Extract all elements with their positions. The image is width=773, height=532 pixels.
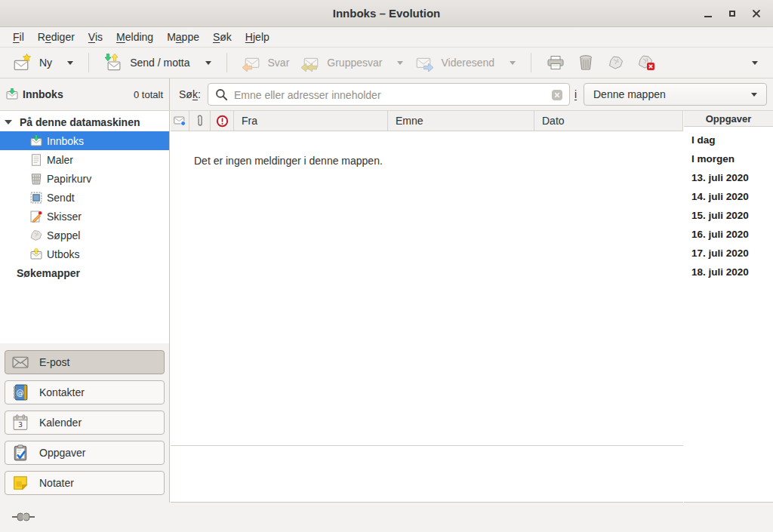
task-item[interactable]: 18. juli 2020: [684, 263, 773, 281]
folder-label: Papirkurv: [47, 173, 91, 185]
group-reply-dropdown-arrow[interactable]: [397, 61, 403, 65]
toolbar: Ny Send / motta Svar Gr: [0, 48, 773, 78]
search-label: Søk:: [179, 78, 201, 110]
search-scope-label: i: [574, 78, 577, 110]
folder-utboks[interactable]: Utboks: [0, 244, 169, 263]
task-bar-pane: Oppgaver I dagI morgen13. juli 202014. j…: [684, 111, 773, 503]
switcher-label: Kontakter: [39, 386, 85, 398]
switcher-label: E-post: [39, 356, 69, 368]
reply-label: Svar: [268, 57, 290, 69]
task-item[interactable]: I dag: [684, 131, 773, 149]
group-reply-button[interactable]: Gruppesvar: [295, 51, 409, 75]
task-item[interactable]: 15. juli 2020: [684, 206, 773, 225]
clear-search-icon[interactable]: [551, 89, 563, 101]
online-status-icon[interactable]: [12, 512, 35, 522]
window-controls: [696, 0, 768, 26]
column-date[interactable]: Dato: [534, 111, 683, 131]
message-list-pane: Fra Emne Dato Det er ingen meldinger i d…: [171, 111, 683, 503]
new-message-label: Ny: [39, 57, 52, 69]
folder-label: Maler: [47, 154, 73, 166]
toolbar-overflow-arrow[interactable]: [752, 61, 758, 65]
task-item[interactable]: 14. juli 2020: [684, 187, 773, 206]
menubar: FilRedigerVisMeldingMappeSøkHjelp: [0, 27, 773, 48]
search-row: Innboks 0 totalt Søk: i Denne mappen: [0, 78, 773, 111]
column-priority[interactable]: [211, 111, 234, 131]
folder-papirkurv[interactable]: Papirkurv: [0, 169, 169, 188]
search-scope-dropdown[interactable]: Denne mappen: [584, 83, 767, 106]
toolbar-separator: [226, 53, 227, 72]
search-icon: [215, 88, 228, 101]
switcher-calendar-button[interactable]: Kalender: [5, 411, 165, 435]
not-junk-button[interactable]: [631, 51, 661, 75]
folder-label: Innboks: [47, 135, 84, 147]
column-date-label: Dato: [542, 115, 565, 127]
new-message-button[interactable]: Ny: [8, 51, 79, 75]
send-receive-dropdown-arrow[interactable]: [205, 61, 211, 65]
folder-count: 0 totalt: [134, 89, 163, 100]
reply-button[interactable]: Svar: [236, 51, 296, 75]
menu-item-s-k[interactable]: Søk: [206, 27, 239, 47]
toolbar-separator: [531, 53, 531, 72]
statusbar: [0, 503, 773, 532]
sidebar: På denne datamaskinen Innboks Maler Papi…: [0, 111, 170, 503]
folder-label: Søppel: [47, 229, 80, 241]
delete-icon: [577, 54, 595, 72]
switcher-memos-button[interactable]: Notater: [5, 471, 165, 495]
not-junk-icon: [637, 54, 655, 72]
folder-label: Utboks: [47, 248, 80, 260]
expander-icon[interactable]: [5, 120, 12, 125]
menu-item-mappe[interactable]: Mappe: [160, 27, 206, 47]
maximize-button[interactable]: [720, 3, 744, 24]
forward-button[interactable]: Videresend: [409, 51, 522, 75]
folder-innboks[interactable]: Innboks: [0, 131, 169, 150]
close-button[interactable]: [744, 3, 768, 24]
priority-icon: [216, 115, 229, 128]
inbox-icon: [30, 135, 42, 147]
search-input[interactable]: [233, 85, 537, 106]
column-read-status[interactable]: [171, 111, 189, 131]
inbox-icon: [6, 88, 18, 100]
attachment-icon: [196, 114, 204, 128]
column-from[interactable]: Fra: [234, 111, 388, 131]
switcher-mail-button[interactable]: E-post: [5, 350, 165, 374]
menu-item-melding[interactable]: Melding: [109, 27, 160, 47]
folder-sendt[interactable]: Sendt: [0, 188, 169, 207]
task-item[interactable]: 13. juli 2020: [684, 168, 773, 187]
preview-pane-splitter[interactable]: [171, 445, 683, 446]
folder-maler[interactable]: Maler: [0, 150, 169, 169]
menu-item-rediger[interactable]: Rediger: [31, 27, 82, 47]
folder-skisser[interactable]: Skisser: [0, 207, 169, 226]
switcher-label: Oppgaver: [39, 447, 85, 459]
delete-button[interactable]: [571, 51, 601, 75]
column-subject[interactable]: Emne: [388, 111, 534, 131]
send-receive-button[interactable]: Send / motta: [98, 51, 217, 75]
minimize-button[interactable]: [696, 3, 720, 24]
close-icon: [752, 9, 761, 18]
task-item[interactable]: I morgen: [684, 149, 773, 168]
forward-dropdown-arrow[interactable]: [510, 61, 516, 65]
menu-item-fil[interactable]: Fil: [6, 27, 31, 47]
folder-label: Skisser: [47, 211, 82, 223]
scope-dropdown-arrow: [751, 93, 757, 97]
memos-icon: [12, 475, 29, 491]
new-message-dropdown-arrow[interactable]: [67, 61, 73, 65]
print-button[interactable]: [540, 51, 571, 75]
drafts-icon: [30, 211, 42, 223]
menu-item-vis[interactable]: Vis: [82, 27, 109, 47]
menu-item-hjelp[interactable]: Hjelp: [239, 27, 276, 47]
switcher-contacts-button[interactable]: Kontakter: [5, 380, 165, 404]
tree-root-on-this-computer[interactable]: På denne datamaskinen: [0, 112, 169, 131]
column-attachment[interactable]: [189, 111, 211, 131]
mail-icon: [12, 354, 29, 371]
group-reply-icon: [301, 54, 319, 72]
folder-soppel[interactable]: Søppel: [0, 226, 169, 244]
trash-icon: [30, 173, 42, 185]
contacts-icon: [12, 384, 29, 401]
task-item[interactable]: 16. juli 2020: [684, 225, 773, 244]
folder-header: Innboks 0 totalt: [0, 78, 170, 110]
tree-root-search-folders[interactable]: Søkemapper: [0, 263, 169, 282]
folder-name: Innboks: [23, 88, 63, 100]
task-item[interactable]: 17. juli 2020: [684, 244, 773, 263]
switcher-tasks-button[interactable]: Oppgaver: [5, 441, 165, 465]
junk-button[interactable]: [601, 51, 631, 75]
